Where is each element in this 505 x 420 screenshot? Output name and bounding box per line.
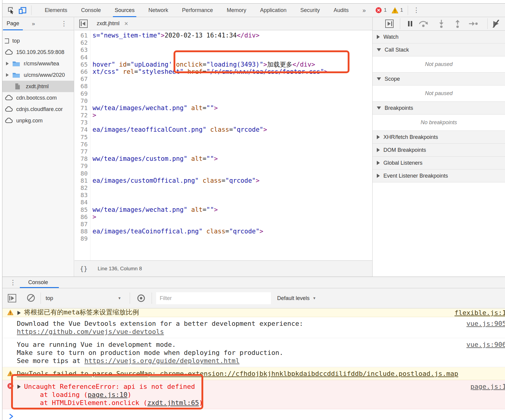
- section-header-watch[interactable]: Watch: [373, 31, 505, 44]
- tree-item-150-109-205-59-808[interactable]: 150.109.205.59:808: [2, 46, 74, 58]
- live-expression-eye-icon[interactable]: [137, 294, 146, 304]
- panel-tab-performance[interactable]: Performance: [182, 4, 213, 17]
- hide-navigator-icon[interactable]: [79, 20, 88, 28]
- section-header-dom-breakpoints[interactable]: DOM Breakpoints: [373, 144, 505, 157]
- line-number[interactable]: 64: [74, 54, 91, 61]
- source-location-link[interactable]: page.js:1: [470, 382, 505, 391]
- navigator-tab-page[interactable]: Page: [2, 17, 23, 30]
- section-header-breakpoints[interactable]: Breakpoints: [373, 102, 505, 115]
- step-over-icon[interactable]: [418, 20, 428, 28]
- devtools-menu-kebab-icon[interactable]: ⋮: [413, 7, 419, 14]
- line-number[interactable]: 67: [74, 75, 91, 82]
- editor-tab-zxdt[interactable]: zxdt.jhtml ×: [97, 20, 128, 27]
- tree-item-r-cms-www-tea[interactable]: r/cms/www/tea: [2, 58, 74, 69]
- error-count-badge[interactable]: 1: [375, 7, 386, 14]
- source-location-link[interactable]: vue.js:905: [467, 320, 505, 328]
- panel-tab-sources[interactable]: Sources: [115, 4, 135, 17]
- panel-tab-network[interactable]: Network: [148, 4, 168, 17]
- step-out-icon[interactable]: [452, 20, 463, 28]
- line-number[interactable]: 68: [74, 82, 91, 90]
- section-header-global-listeners[interactable]: Global Listeners: [373, 157, 505, 170]
- line-number[interactable]: 62: [74, 39, 91, 46]
- line-number[interactable]: 84: [74, 199, 91, 206]
- line-number[interactable]: 83: [74, 191, 91, 199]
- section-header-call-stack[interactable]: Call Stack: [373, 44, 505, 56]
- line-number[interactable]: 70: [74, 97, 91, 104]
- drawer-kebab-icon[interactable]: ⋮: [10, 279, 16, 286]
- section-header-scope[interactable]: Scope: [373, 73, 505, 86]
- inspect-element-icon[interactable]: [7, 6, 16, 15]
- tree-item-unpkg-com[interactable]: unpkg.com: [2, 115, 74, 126]
- warning-count-badge[interactable]: 1: [392, 7, 403, 14]
- pause-script-icon[interactable]: [405, 20, 415, 28]
- line-number[interactable]: 61: [74, 32, 91, 39]
- line-number[interactable]: 74: [74, 126, 91, 133]
- message-link[interactable]: chrome-extension://cfhdojbkjhnklbpkdaibd…: [160, 370, 458, 377]
- tree-item-cdnjs-cloudflare-cor[interactable]: cdnjs.cloudflare.cor: [2, 104, 74, 115]
- message-link[interactable]: zxdt.jhtml:65: [147, 399, 199, 406]
- tree-item-cdn-bootcss-com[interactable]: cdn.bootcss.com: [2, 92, 74, 104]
- tree-item-top[interactable]: top: [2, 35, 74, 46]
- tree-item-u-cms-www-2020[interactable]: u/cms/www/2020: [2, 69, 74, 81]
- console-filter-input[interactable]: [156, 292, 271, 304]
- console-prompt[interactable]: [9, 413, 505, 420]
- device-toolbar-icon[interactable]: [18, 6, 27, 15]
- disclosure-triangle-icon[interactable]: [6, 73, 9, 77]
- drawer-tab-console[interactable]: Console: [28, 279, 48, 286]
- section-header-xhr-fetch-breakpoints[interactable]: XHR/fetch Breakpoints: [373, 131, 505, 144]
- line-number[interactable]: 88: [74, 228, 91, 235]
- panel-tab-security[interactable]: Security: [300, 4, 320, 17]
- panel-tab-memory[interactable]: Memory: [227, 4, 246, 17]
- disclosure-triangle-icon[interactable]: [6, 62, 9, 65]
- line-number[interactable]: 87: [74, 220, 91, 228]
- expand-triangle-icon[interactable]: [17, 385, 21, 389]
- line-number[interactable]: 80: [74, 170, 91, 177]
- section-header-event-listener-breakpoints[interactable]: Event Listener Breakpoints: [373, 170, 505, 182]
- line-number[interactable]: 65: [74, 61, 91, 68]
- line-number[interactable]: 79: [74, 162, 91, 170]
- step-into-icon[interactable]: [436, 20, 446, 28]
- line-number[interactable]: 63: [74, 46, 91, 53]
- line-number[interactable]: 69: [74, 90, 91, 97]
- panel-tab-audits[interactable]: Audits: [334, 4, 349, 17]
- message-link[interactable]: https://vuejs.org/guide/deployment.html: [84, 357, 240, 364]
- code-viewport[interactable]: 61s="news_item-time">2020-02-13 16:41:34…: [74, 30, 372, 260]
- line-number[interactable]: 76: [74, 141, 91, 148]
- source-location-link[interactable]: flexible.js:1: [455, 309, 505, 317]
- line-number[interactable]: 73: [74, 119, 91, 126]
- expand-triangle-icon[interactable]: [17, 311, 21, 315]
- console-sidebar-toggle-icon[interactable]: [8, 294, 16, 302]
- pause-on-exceptions-icon[interactable]: [385, 20, 394, 28]
- source-location-link[interactable]: vue.js:906: [467, 340, 505, 349]
- context-selector-dropdown[interactable]: top ▼: [46, 292, 121, 304]
- deactivate-breakpoints-icon[interactable]: [491, 20, 501, 28]
- line-number[interactable]: 72: [74, 112, 91, 119]
- close-tab-icon[interactable]: ×: [124, 20, 128, 27]
- line-number[interactable]: 89: [74, 235, 91, 242]
- navigator-more-tabs-chevron-icon[interactable]: »: [32, 20, 35, 27]
- log-levels-dropdown[interactable]: Default levels ▼: [277, 292, 316, 304]
- console-message[interactable]: You are running Vue in development mode.…: [2, 338, 505, 367]
- line-number[interactable]: 71: [74, 104, 91, 112]
- line-number[interactable]: 82: [74, 184, 91, 191]
- step-icon[interactable]: [468, 20, 478, 28]
- clear-console-icon[interactable]: [26, 293, 35, 304]
- line-number[interactable]: 85: [74, 206, 91, 213]
- message-link[interactable]: DevTools failed to parse SourceMap:: [17, 370, 160, 377]
- console-message[interactable]: Uncaught ReferenceError: api is not defi…: [2, 380, 505, 409]
- line-number[interactable]: 77: [74, 148, 91, 155]
- line-number[interactable]: 66: [74, 68, 91, 75]
- pretty-print-icon[interactable]: {}: [80, 265, 87, 272]
- line-number[interactable]: 78: [74, 155, 91, 162]
- line-number[interactable]: 81: [74, 177, 91, 184]
- message-link[interactable]: page.js:10: [88, 391, 127, 398]
- console-message[interactable]: 将根据已有的meta标签来设置缩放比例flexible.js:1: [2, 308, 505, 317]
- navigator-kebab-icon[interactable]: ⋮: [61, 20, 67, 27]
- panel-tab-application[interactable]: Application: [260, 4, 286, 17]
- line-number[interactable]: 75: [74, 134, 91, 141]
- panel-tab-console[interactable]: Console: [81, 4, 101, 17]
- message-link[interactable]: https://github.com/vuejs/vue-devtools: [17, 328, 164, 335]
- panel-tab-elements[interactable]: Elements: [45, 4, 67, 17]
- more-panels-chevron-icon[interactable]: »: [362, 7, 366, 14]
- tree-item-zxdt-jhtml[interactable]: zxdt.jhtml: [2, 81, 74, 92]
